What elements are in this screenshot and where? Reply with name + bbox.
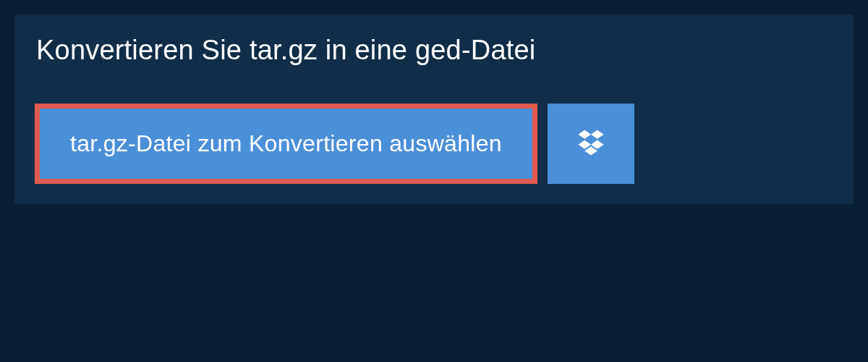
dropbox-icon — [576, 127, 606, 161]
page-title: Konvertieren Sie tar.gz in eine ged-Date… — [36, 35, 832, 66]
dropbox-button[interactable] — [548, 104, 634, 184]
action-row: tar.gz-Datei zum Konvertieren auswählen — [14, 88, 854, 204]
converter-panel: Konvertieren Sie tar.gz in eine ged-Date… — [14, 14, 854, 204]
choose-file-button[interactable]: tar.gz-Datei zum Konvertieren auswählen — [35, 104, 537, 184]
choose-file-label: tar.gz-Datei zum Konvertieren auswählen — [70, 130, 502, 157]
panel-header: Konvertieren Sie tar.gz in eine ged-Date… — [14, 14, 854, 88]
